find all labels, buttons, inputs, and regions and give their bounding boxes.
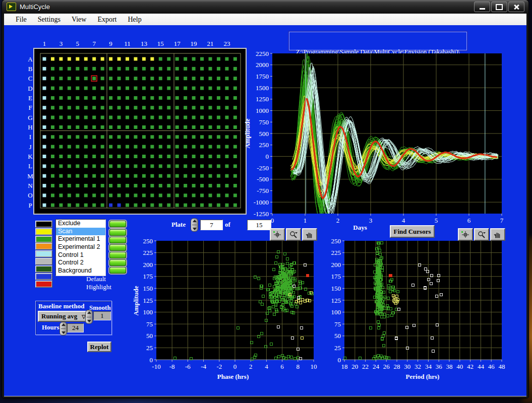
well-J10[interactable] <box>117 145 121 149</box>
well-P19[interactable] <box>192 204 196 207</box>
well-L1[interactable] <box>43 164 46 168</box>
well-M17[interactable] <box>175 174 179 178</box>
well-J2[interactable] <box>51 145 54 149</box>
well-H18[interactable] <box>184 125 187 129</box>
well-L16[interactable] <box>167 164 170 168</box>
well-B10[interactable] <box>117 67 121 71</box>
well-C4[interactable] <box>68 77 71 80</box>
well-L20[interactable] <box>200 164 204 168</box>
well-N8[interactable] <box>101 184 104 187</box>
well-I4[interactable] <box>68 135 71 139</box>
well-E13[interactable] <box>142 96 146 100</box>
well-J8[interactable] <box>101 145 104 149</box>
well-K13[interactable] <box>142 155 146 158</box>
well-E3[interactable] <box>59 96 63 100</box>
well-J21[interactable] <box>209 145 212 149</box>
well-I16[interactable] <box>167 135 170 139</box>
well-P1[interactable] <box>43 204 46 207</box>
well-I12[interactable] <box>134 135 137 139</box>
well-F15[interactable] <box>159 106 162 109</box>
well-D10[interactable] <box>117 87 121 90</box>
well-B2[interactable] <box>51 67 54 71</box>
well-H15[interactable] <box>159 125 162 129</box>
well-K19[interactable] <box>192 155 196 158</box>
well-O19[interactable] <box>192 193 196 197</box>
well-J16[interactable] <box>167 145 170 149</box>
led-indicator-1[interactable] <box>109 221 126 227</box>
well-D22[interactable] <box>217 87 220 90</box>
well-G2[interactable] <box>51 116 54 119</box>
well-D9[interactable] <box>109 87 112 90</box>
well-J22[interactable] <box>217 145 220 149</box>
well-A5[interactable] <box>76 57 79 61</box>
well-O10[interactable] <box>117 193 121 197</box>
well-C8[interactable] <box>101 77 104 80</box>
well-G9[interactable] <box>109 116 112 119</box>
well-A11[interactable] <box>126 57 129 61</box>
well-K22[interactable] <box>217 155 220 158</box>
well-G7[interactable] <box>92 116 96 119</box>
well-L6[interactable] <box>84 164 88 168</box>
well-N10[interactable] <box>117 184 121 187</box>
titlebar[interactable]: MultiCycle <box>2 0 528 14</box>
well-M2[interactable] <box>51 174 54 178</box>
well-C13[interactable] <box>142 77 146 80</box>
replot-button[interactable]: Replot <box>87 342 111 352</box>
well-F14[interactable] <box>150 106 154 109</box>
well-I2[interactable] <box>51 135 54 139</box>
plate-map[interactable]: 1357911131517192123ABCDEFGHIJKLMNOP <box>24 39 251 217</box>
well-G18[interactable] <box>184 116 187 119</box>
well-H3[interactable] <box>59 125 63 129</box>
well-H21[interactable] <box>209 125 212 129</box>
well-D13[interactable] <box>142 87 146 90</box>
well-L4[interactable] <box>68 164 71 168</box>
well-A19[interactable] <box>192 57 196 61</box>
well-A7[interactable] <box>92 57 96 61</box>
well-K17[interactable] <box>175 155 179 158</box>
well-G14[interactable] <box>150 116 154 119</box>
well-H22[interactable] <box>217 125 220 129</box>
well-E10[interactable] <box>117 96 121 100</box>
well-K18[interactable] <box>184 155 187 158</box>
well-P11[interactable] <box>126 204 129 207</box>
well-H16[interactable] <box>167 125 170 129</box>
well-G11[interactable] <box>126 116 129 119</box>
well-E20[interactable] <box>200 96 204 100</box>
well-O12[interactable] <box>134 193 137 197</box>
well-P12[interactable] <box>134 204 137 207</box>
well-H5[interactable] <box>76 125 79 129</box>
well-P17[interactable] <box>175 204 179 207</box>
well-C3[interactable] <box>59 77 63 80</box>
well-L9[interactable] <box>109 164 112 168</box>
led-indicator-2[interactable] <box>109 229 126 236</box>
well-C15[interactable] <box>159 77 162 80</box>
well-F17[interactable] <box>175 106 179 109</box>
well-I18[interactable] <box>184 135 187 139</box>
well-E8[interactable] <box>101 96 104 100</box>
well-C5[interactable] <box>76 77 79 80</box>
well-B21[interactable] <box>209 67 212 71</box>
menu-settings[interactable]: Settings <box>32 15 66 25</box>
well-N19[interactable] <box>192 184 196 187</box>
well-B5[interactable] <box>76 67 79 71</box>
well-E6[interactable] <box>84 96 88 100</box>
well-K9[interactable] <box>109 155 112 158</box>
well-A10[interactable] <box>117 57 121 61</box>
well-K12[interactable] <box>134 155 137 158</box>
well-D19[interactable] <box>192 87 196 90</box>
hours-value-field[interactable]: 24 <box>67 323 84 332</box>
plate-spinner[interactable] <box>191 218 198 232</box>
well-N13[interactable] <box>142 184 146 187</box>
well-G19[interactable] <box>192 116 196 119</box>
well-C6[interactable] <box>84 77 88 80</box>
well-E17[interactable] <box>175 96 179 100</box>
well-D4[interactable] <box>68 87 71 90</box>
well-M18[interactable] <box>184 174 187 178</box>
well-J19[interactable] <box>192 145 196 149</box>
well-C11[interactable] <box>126 77 129 80</box>
well-C2[interactable] <box>51 77 54 80</box>
well-N18[interactable] <box>184 184 187 187</box>
well-N3[interactable] <box>59 184 63 187</box>
swatch-experimental-1[interactable] <box>35 236 52 243</box>
well-L3[interactable] <box>59 164 63 168</box>
